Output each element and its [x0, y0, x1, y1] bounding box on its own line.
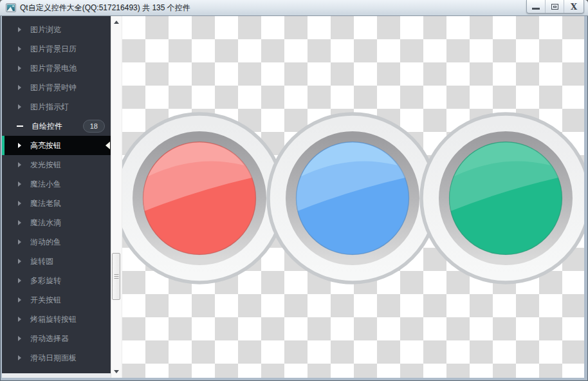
scroll-down-button[interactable] — [111, 366, 122, 376]
chevron-right-icon — [18, 143, 21, 148]
scrollbar-thumb[interactable] — [112, 253, 120, 300]
chevron-right-icon — [18, 355, 21, 360]
sidebar-item-child-13[interactable]: 多彩旋转 — [2, 271, 111, 290]
sidebar-scrollbar[interactable] — [111, 16, 122, 378]
sidebar-item-group-4[interactable]: 图片指示灯 — [2, 97, 111, 116]
sidebar-item-group-2[interactable]: 图片背景电池 — [2, 59, 111, 78]
sidebar-item-label: 高亮按钮 — [30, 140, 61, 151]
red-highlight-button[interactable] — [122, 114, 284, 283]
sidebar-item-label: 发光按钮 — [30, 160, 61, 171]
sidebar-item-label: 开关按钮 — [30, 295, 61, 306]
maximize-button[interactable] — [546, 0, 564, 13]
sidebar-item-label: 滑动日期面板 — [30, 353, 77, 364]
chevron-right-icon — [18, 104, 21, 109]
chevron-right-icon — [18, 85, 21, 90]
sidebar-item-label: 图片背景日历 — [30, 44, 77, 55]
sidebar-item-child-7[interactable]: 发光按钮 — [2, 155, 111, 174]
count-badge: 18 — [83, 120, 105, 133]
green-highlight-button[interactable] — [421, 114, 584, 283]
sidebar-item-child-8[interactable]: 魔法小鱼 — [2, 174, 111, 194]
demo-canvas-area — [122, 16, 584, 378]
chevron-right-icon — [18, 220, 21, 225]
chevron-right-icon — [18, 27, 21, 32]
chevron-right-icon — [18, 239, 21, 245]
sidebar-item-group-5[interactable]: 自绘控件18 — [2, 116, 111, 136]
sidebar-item-label: 烤箱旋转按钮 — [30, 314, 77, 325]
sidebar-item-label: 游动的鱼 — [30, 237, 61, 248]
sidebar-item-child-10[interactable]: 魔法水滴 — [2, 213, 111, 232]
sidebar-item-child-15[interactable]: 烤箱旋转按钮 — [2, 310, 111, 329]
chevron-right-icon — [18, 162, 21, 167]
sidebar-item-child-12[interactable]: 旋转圆 — [2, 252, 111, 271]
sidebar-item-group-3[interactable]: 图片背景时钟 — [2, 78, 111, 97]
sidebar-item-label: 魔法水滴 — [30, 218, 61, 228]
app-icon — [6, 3, 16, 13]
chevron-right-icon — [18, 317, 21, 322]
sidebar-item-label: 自绘控件 — [32, 121, 62, 132]
app-window: Qt自定义控件大全(QQ:517216493) 共 135 个控件 X 图片浏览… — [0, 0, 588, 381]
window-controls: X — [526, 0, 584, 14]
chevron-right-icon — [18, 201, 21, 206]
sidebar-nav: 图片浏览图片背景日历图片背景电池图片背景时钟图片指示灯自绘控件18高亮按钮发光按… — [2, 16, 111, 373]
sidebar-item-label: 魔法小鱼 — [30, 179, 61, 190]
sidebar-item-label: 图片背景时钟 — [30, 82, 77, 93]
minus-icon — [17, 125, 23, 127]
sidebar-item-label: 图片背景电池 — [30, 63, 77, 74]
chevron-right-icon — [18, 259, 21, 264]
chevron-right-icon — [18, 336, 21, 341]
sidebar-item-child-11[interactable]: 游动的鱼 — [2, 232, 111, 252]
sidebar-item-label: 图片指示灯 — [30, 102, 69, 113]
close-icon: X — [571, 3, 577, 11]
chevron-up-icon — [114, 21, 119, 24]
sidebar-item-child-14[interactable]: 开关按钮 — [2, 290, 111, 310]
sidebar-item-label: 多彩旋转 — [30, 275, 61, 286]
sidebar-item-label: 旋转圆 — [30, 256, 53, 267]
chevron-right-icon — [18, 278, 21, 283]
chevron-right-icon — [18, 181, 21, 187]
sidebar-item-child-16[interactable]: 滑动选择器 — [2, 329, 111, 348]
chevron-right-icon — [18, 46, 21, 51]
sidebar-item-child-6[interactable]: 高亮按钮 — [2, 136, 111, 155]
minimize-icon — [532, 8, 540, 10]
maximize-icon — [551, 4, 558, 10]
sidebar-item-label: 图片浏览 — [30, 24, 61, 35]
sidebar-footer-strip — [2, 373, 111, 378]
scroll-up-button[interactable] — [111, 17, 122, 27]
sidebar-item-label: 滑动选择器 — [30, 333, 69, 344]
sidebar-item-child-9[interactable]: 魔法老鼠 — [2, 194, 111, 213]
chevron-right-icon — [18, 297, 21, 302]
minimize-button[interactable] — [527, 0, 546, 13]
sidebar-item-group-0[interactable]: 图片浏览 — [2, 20, 111, 39]
titlebar[interactable]: Qt自定义控件大全(QQ:517216493) 共 135 个控件 X — [0, 0, 588, 16]
blue-highlight-button[interactable] — [268, 114, 437, 283]
sidebar-item-label: 魔法老鼠 — [30, 198, 61, 209]
sidebar-item-group-1[interactable]: 图片背景日历 — [2, 39, 111, 59]
chevron-right-icon — [18, 66, 21, 71]
sidebar-item-child-17[interactable]: 滑动日期面板 — [2, 348, 111, 367]
close-button[interactable]: X — [564, 0, 583, 13]
window-title: Qt自定义控件大全(QQ:517216493) 共 135 个控件 — [20, 0, 190, 15]
chevron-down-icon — [114, 370, 119, 373]
buttons-canvas — [122, 16, 584, 378]
